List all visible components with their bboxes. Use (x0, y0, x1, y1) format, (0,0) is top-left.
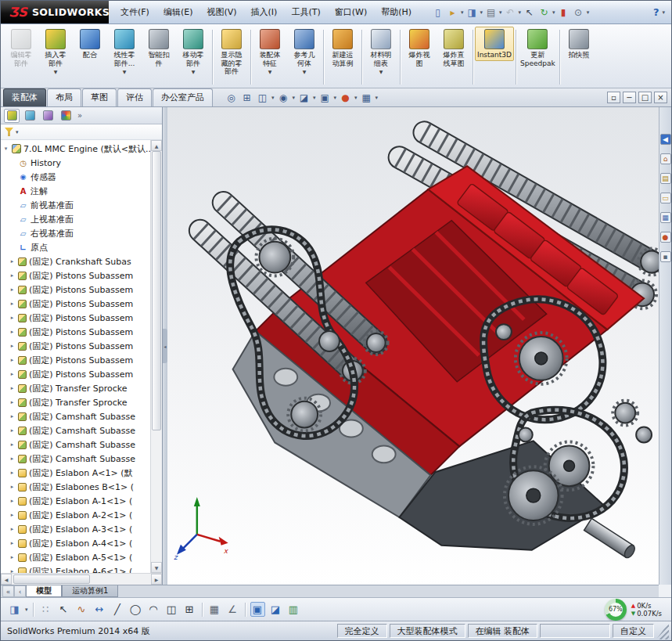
save-toolbar-icon[interactable]: ◨ (7, 602, 22, 617)
expand-icon[interactable]: ▸ (9, 526, 16, 532)
chevron-down-icon[interactable]: ▾ (334, 95, 337, 101)
graphics-area[interactable]: x z (167, 107, 659, 585)
configurationmanager-tab[interactable] (40, 109, 56, 123)
expand-icon[interactable]: ▸ (9, 301, 16, 307)
scroll-track[interactable] (151, 151, 162, 562)
arc-icon[interactable]: ◠ (146, 602, 161, 617)
linear-pattern-icon[interactable]: ⊞ (182, 602, 197, 617)
chevron-down-icon[interactable]: ▾ (519, 9, 522, 16)
tree-item[interactable]: ▸(固定) Pistons Subassem (1, 367, 150, 381)
expand-icon[interactable]: ▸ (9, 371, 16, 377)
display-style-icon[interactable]: ◪ (297, 91, 311, 104)
tree-item[interactable]: ▸(固定) Pistons Subassem (1, 339, 150, 353)
expand-icon[interactable]: ▸ (9, 470, 16, 476)
expand-icon[interactable]: ▸ (9, 315, 16, 321)
command-tab[interactable]: 评估 (117, 88, 152, 106)
tree-item[interactable]: ▸(固定) Eslabon A-1<1> ( (1, 494, 150, 508)
engine-3d-model[interactable]: x z (167, 107, 659, 585)
expand-icon[interactable]: ▸ (9, 258, 16, 265)
scroll-thumb[interactable] (152, 151, 161, 430)
linear-component-pattern-button[interactable]: 线性零 部件...▼ (107, 27, 142, 76)
chevron-down-icon[interactable]: ▾ (354, 95, 358, 101)
show-hidden-components-button[interactable]: 显示隐 藏的零 部件 (214, 27, 249, 77)
select-arrow-icon[interactable]: ↖ (56, 602, 71, 617)
custom-properties-icon[interactable]: ▪ (660, 251, 671, 262)
chevron-down-icon[interactable]: ▾ (313, 95, 316, 101)
line-icon[interactable]: ╱ (110, 602, 125, 617)
motion-chart-icon[interactable]: ▥ (286, 602, 301, 617)
tree-item[interactable]: ▸(固定) Camshaft Subasse (1, 452, 150, 466)
tree-horizontal-scrollbar[interactable]: ◀ ▶ (1, 573, 162, 585)
tree-item[interactable]: History (1, 156, 150, 170)
tree-item[interactable]: ▸(固定) Eslabon A-4<1> ( (1, 536, 150, 550)
instant3d-button[interactable]: Instant3D (475, 27, 514, 61)
tree-item[interactable]: ▸(固定) Camshaft Subasse (1, 438, 150, 452)
command-tab[interactable]: 装配体 (3, 88, 46, 106)
menu-item[interactable]: 帮助(H) (374, 3, 419, 21)
move-component-button[interactable]: 移动零 部件▼ (176, 27, 210, 76)
tree-root-item[interactable]: ▾ 7.0L MMC Engine (默认<默认... (1, 142, 150, 156)
new-motion-study-button[interactable]: 新建运 动算例 (325, 27, 360, 69)
chevron-down-icon[interactable]: ▾ (376, 95, 379, 101)
tab-nav-icon[interactable]: « (2, 585, 14, 597)
command-tab[interactable]: 办公室产品 (153, 88, 213, 106)
design-library-icon[interactable]: ▤ (660, 173, 671, 184)
print-icon[interactable]: ▤ (484, 5, 498, 19)
select-icon[interactable]: ↖ (523, 5, 536, 19)
command-tab[interactable]: 草图 (82, 88, 117, 106)
expand-icon[interactable]: ▸ (9, 484, 16, 490)
chevron-down-icon[interactable]: ▾ (552, 9, 555, 16)
chevron-down-icon[interactable]: ▾ (25, 607, 28, 613)
tree-item[interactable]: ▸(固定) Eslabon A<1> (默 (1, 466, 150, 480)
shaded-view-icon[interactable]: ▣ (250, 602, 265, 617)
tree-item[interactable]: 上视基准面 (1, 212, 150, 226)
expand-icon[interactable]: ▸ (9, 399, 16, 405)
panel-chevron-icon[interactable]: » (77, 111, 82, 120)
insert-components-button[interactable]: 插入零 部件▼ (38, 27, 73, 76)
tree-item[interactable]: 前视基准面 (1, 198, 150, 212)
menu-item[interactable]: 文件(F) (113, 3, 156, 21)
angle-snap-icon[interactable]: ∠ (225, 602, 240, 617)
menu-item[interactable]: 插入(I) (244, 3, 285, 21)
study-tab[interactable]: 模型 (26, 585, 62, 597)
zoom-fit-icon[interactable]: ◎ (225, 91, 238, 104)
tree-item[interactable]: ▸(固定) Camshaft Subasse (1, 409, 150, 423)
collapse-icon[interactable]: ▾ (2, 146, 9, 152)
scroll-left-icon[interactable]: ◀ (1, 574, 12, 585)
grip-icon[interactable]: ∷ (38, 602, 53, 617)
file-explorer-icon[interactable]: ▭ (660, 193, 671, 203)
expand-icon[interactable]: ▸ (9, 343, 16, 349)
tree-item[interactable]: ▸(固定) Transfer Sprocke (1, 395, 150, 409)
tree-item[interactable]: 右视基准面 (1, 226, 150, 240)
reference-geometry-button[interactable]: 参考几 何体▼ (287, 27, 322, 76)
menu-item[interactable]: 视图(V) (199, 3, 243, 21)
tree-item[interactable]: 传感器 (1, 170, 150, 184)
tree-item[interactable]: ▸(固定) Eslabon A-6<1> ( (1, 564, 150, 573)
tree-item[interactable]: ▸(固定) Eslabon A-5<1> ( (1, 550, 150, 564)
tree-vertical-scrollbar[interactable]: ▲ ▼ (150, 140, 162, 573)
expand-icon[interactable]: ▸ (9, 286, 16, 293)
help-icon[interactable]: ? (653, 6, 659, 18)
tree-item[interactable]: ▸(固定) Pistons Subassem (1, 353, 150, 367)
appearances-icon[interactable]: ● (339, 91, 352, 104)
mate-button[interactable]: 配合 (73, 27, 107, 61)
menu-item[interactable]: 工具(T) (284, 3, 327, 21)
view-palette-icon[interactable]: ▦ (660, 212, 671, 223)
tree-item[interactable]: ▸(固定) Pistons Subassem (1, 325, 150, 339)
file-properties-icon[interactable]: ▮ (557, 5, 570, 19)
undo-icon[interactable]: ↶ (504, 5, 517, 19)
close-icon[interactable]: × (654, 92, 667, 103)
tree-item[interactable]: ▸(固定) Pistons Subassem (1, 268, 150, 283)
expand-icon[interactable]: ▸ (9, 357, 16, 363)
tree-item[interactable]: ▸(固定) Eslabon A-2<1> ( (1, 508, 150, 522)
chevron-down-icon[interactable]: ▾ (271, 95, 275, 101)
section-view-icon[interactable]: ◫ (256, 91, 269, 104)
edit-component-button[interactable]: 编辑零 部件 (4, 27, 38, 69)
scroll-thumb[interactable] (13, 574, 90, 584)
new-document-icon[interactable]: ▯ (431, 5, 444, 19)
rebuild-icon[interactable]: ↻ (537, 5, 551, 19)
command-tab[interactable]: 布局 (47, 88, 81, 106)
hide-show-items-icon[interactable]: ◉ (277, 91, 290, 104)
scene-icon[interactable]: ▦ (360, 91, 373, 104)
featuremanager-tab[interactable] (4, 109, 20, 123)
